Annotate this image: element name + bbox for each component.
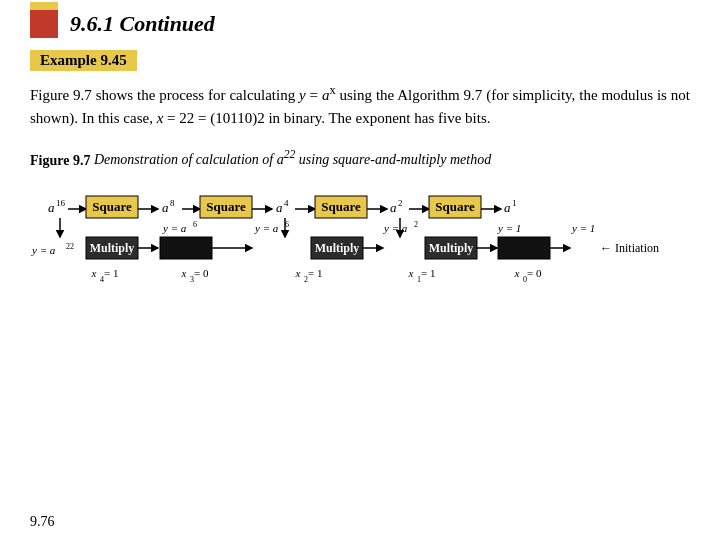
x2-label: x	[295, 267, 301, 279]
diagram: a 16 Square a 8 Square	[30, 182, 690, 312]
page: 9.6.1 Continued Example 9.45 Figure 9.7 …	[0, 0, 720, 540]
label-a2: a	[390, 200, 397, 215]
x1-label: x	[408, 267, 414, 279]
label-ya6-2: y = a	[254, 222, 279, 234]
bottom-label-ya22: y = a	[31, 244, 56, 256]
multiply-label-1: Multiply	[90, 241, 135, 255]
variable-y: y	[299, 87, 306, 103]
bottom-label-ya22-exp: 22	[66, 242, 74, 251]
x1-val: = 1	[421, 267, 435, 279]
x3-val: = 0	[194, 267, 209, 279]
x0-label: x	[514, 267, 520, 279]
figure-label: Figure 9.7	[30, 152, 94, 167]
example-label: Example 9.45	[30, 50, 137, 71]
label-a8-exp: 8	[170, 198, 175, 208]
page-number: 9.76	[30, 514, 55, 530]
label-y1-1: y = 1	[497, 222, 521, 234]
label-a4-exp: 4	[284, 198, 289, 208]
label-a1-exp: 1	[512, 198, 517, 208]
label-a16-exp: 16	[56, 198, 66, 208]
exponent-x: x	[329, 83, 335, 97]
variable-x: x	[157, 110, 164, 126]
body-text: Figure 9.7 shows the process for calcula…	[30, 81, 690, 131]
label-a1: a	[504, 200, 511, 215]
diagram-svg: a 16 Square a 8 Square	[30, 182, 690, 312]
label-a16: a	[48, 200, 55, 215]
square-label-4: Square	[435, 199, 475, 214]
label-ya2-exp: 2	[414, 220, 418, 229]
header-block-icon	[30, 10, 58, 38]
label-ya6-1-exp: 6	[193, 220, 197, 229]
x4-label: x	[91, 267, 97, 279]
multiply-label-2: Multiply	[315, 241, 360, 255]
figure-caption: Figure 9.7 Demonstration of calculation …	[30, 149, 690, 169]
square-label-1: Square	[92, 199, 132, 214]
header: 9.6.1 Continued	[30, 10, 690, 38]
x3-label: x	[181, 267, 187, 279]
x2-val: = 1	[308, 267, 322, 279]
black-box-2	[498, 237, 550, 259]
label-ya6-1: y = a	[162, 222, 187, 234]
multiply-label-3: Multiply	[429, 241, 474, 255]
label-a4: a	[276, 200, 283, 215]
label-a2-exp: 2	[398, 198, 403, 208]
label-y1-2: y = 1	[571, 222, 595, 234]
initiation-label: ← Initiation	[600, 241, 659, 255]
x4-val: = 1	[104, 267, 118, 279]
label-a8: a	[162, 200, 169, 215]
label-ya2: y = a	[383, 222, 408, 234]
square-label-3: Square	[321, 199, 361, 214]
x0-val: = 0	[527, 267, 542, 279]
square-label-2: Square	[206, 199, 246, 214]
header-title: 9.6.1 Continued	[70, 11, 215, 37]
figure-description: Demonstration of calculation of a22 usin…	[94, 152, 491, 167]
black-box-1	[160, 237, 212, 259]
